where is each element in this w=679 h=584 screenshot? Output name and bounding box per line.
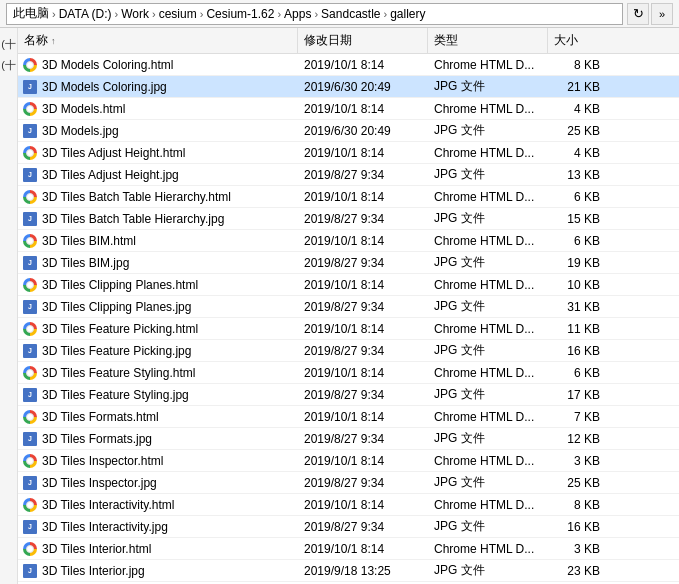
file-date: 2019/6/30 20:49	[298, 124, 428, 138]
jpg-icon: J	[22, 255, 38, 271]
breadcrumb-item-data[interactable]: DATA (D:)	[57, 7, 114, 21]
table-row[interactable]: J 3D Tiles Interactivity.jpg 2019/8/27 9…	[18, 516, 679, 538]
chrome-icon	[22, 409, 38, 425]
jpg-icon: J	[22, 431, 38, 447]
breadcrumb[interactable]: 此电脑 › DATA (D:) › Work › cesium › Cesium…	[6, 3, 623, 25]
file-size: 15 KB	[548, 212, 608, 226]
breadcrumb-item-work[interactable]: Work	[119, 7, 151, 21]
refresh-button[interactable]: ↻	[627, 3, 649, 25]
col-header-type[interactable]: 类型	[428, 28, 548, 53]
file-name: 3D Tiles Feature Picking.jpg	[42, 344, 191, 358]
breadcrumb-item-cesium[interactable]: cesium	[157, 7, 199, 21]
file-date: 2019/10/1 8:14	[298, 410, 428, 424]
table-row[interactable]: 3D Tiles Feature Styling.html 2019/10/1 …	[18, 362, 679, 384]
table-row[interactable]: 3D Tiles Formats.html 2019/10/1 8:14 Chr…	[18, 406, 679, 428]
jpg-icon: J	[22, 167, 38, 183]
file-size: 8 KB	[548, 498, 608, 512]
file-name: 3D Tiles BIM.html	[42, 234, 136, 248]
file-type: JPG 文件	[428, 78, 548, 95]
col-header-date[interactable]: 修改日期	[298, 28, 428, 53]
file-date: 2019/10/1 8:14	[298, 190, 428, 204]
file-name: 3D Tiles Interior.jpg	[42, 564, 145, 578]
address-bar: 此电脑 › DATA (D:) › Work › cesium › Cesium…	[0, 0, 679, 28]
table-row[interactable]: J 3D Tiles BIM.jpg 2019/8/27 9:34 JPG 文件…	[18, 252, 679, 274]
table-row[interactable]: J 3D Tiles Feature Styling.jpg 2019/8/27…	[18, 384, 679, 406]
breadcrumb-sep: ›	[383, 8, 387, 20]
jpg-icon: J	[22, 79, 38, 95]
table-row[interactable]: J 3D Models.jpg 2019/6/30 20:49 JPG 文件 2…	[18, 120, 679, 142]
file-date: 2019/10/1 8:14	[298, 322, 428, 336]
table-row[interactable]: 3D Models.html 2019/10/1 8:14 Chrome HTM…	[18, 98, 679, 120]
table-row[interactable]: J 3D Tiles Clipping Planes.jpg 2019/8/27…	[18, 296, 679, 318]
file-date: 2019/8/27 9:34	[298, 344, 428, 358]
table-row[interactable]: 3D Models Coloring.html 2019/10/1 8:14 C…	[18, 54, 679, 76]
table-row[interactable]: 3D Tiles Batch Table Hierarchy.html 2019…	[18, 186, 679, 208]
file-name: 3D Tiles Clipping Planes.jpg	[42, 300, 191, 314]
table-row[interactable]: J 3D Tiles Batch Table Hierarchy.jpg 201…	[18, 208, 679, 230]
table-row[interactable]: 3D Tiles Interactivity.html 2019/10/1 8:…	[18, 494, 679, 516]
file-size: 19 KB	[548, 256, 608, 270]
table-row[interactable]: J 3D Tiles Feature Picking.jpg 2019/8/27…	[18, 340, 679, 362]
file-name-cell: 3D Tiles Clipping Planes.html	[18, 277, 298, 293]
breadcrumb-item-cesium162[interactable]: Cesium-1.62	[204, 7, 276, 21]
file-name: 3D Models.jpg	[42, 124, 119, 138]
file-type: Chrome HTML D...	[428, 190, 548, 204]
file-name: 3D Tiles Interior.html	[42, 542, 151, 556]
more-button[interactable]: »	[651, 3, 673, 25]
file-type: Chrome HTML D...	[428, 234, 548, 248]
table-row[interactable]: 3D Tiles Adjust Height.html 2019/10/1 8:…	[18, 142, 679, 164]
file-list: 3D Models Coloring.html 2019/10/1 8:14 C…	[18, 54, 679, 582]
file-size: 3 KB	[548, 454, 608, 468]
breadcrumb-item-apps[interactable]: Apps	[282, 7, 313, 21]
breadcrumb-sep: ›	[314, 8, 318, 20]
breadcrumb-item-gallery[interactable]: gallery	[388, 7, 427, 21]
file-browser[interactable]: 名称 ↑ 修改日期 类型 大小 3D Models Coloring.html …	[18, 28, 679, 584]
table-row[interactable]: 3D Tiles BIM.html 2019/10/1 8:14 Chrome …	[18, 230, 679, 252]
file-name: 3D Tiles Feature Styling.jpg	[42, 388, 189, 402]
file-name-cell: 3D Tiles Feature Picking.html	[18, 321, 298, 337]
table-row[interactable]: J 3D Tiles Formats.jpg 2019/8/27 9:34 JP…	[18, 428, 679, 450]
file-name-cell: J 3D Tiles Interior.jpg	[18, 563, 298, 579]
table-row[interactable]: J 3D Tiles Inspector.jpg 2019/8/27 9:34 …	[18, 472, 679, 494]
file-size: 6 KB	[548, 234, 608, 248]
jpg-icon: J	[22, 123, 38, 139]
col-header-size[interactable]: 大小	[548, 28, 608, 53]
file-size: 4 KB	[548, 146, 608, 160]
table-row[interactable]: 3D Tiles Feature Picking.html 2019/10/1 …	[18, 318, 679, 340]
file-date: 2019/8/27 9:34	[298, 256, 428, 270]
file-size: 25 KB	[548, 124, 608, 138]
file-date: 2019/10/1 8:14	[298, 102, 428, 116]
left-panel-char2: (十	[1, 57, 16, 74]
file-name-cell: 3D Tiles Adjust Height.html	[18, 145, 298, 161]
chrome-icon	[22, 57, 38, 73]
chrome-icon	[22, 497, 38, 513]
table-row[interactable]: 3D Tiles Inspector.html 2019/10/1 8:14 C…	[18, 450, 679, 472]
file-name: 3D Tiles Interactivity.html	[42, 498, 174, 512]
table-row[interactable]: J 3D Tiles Adjust Height.jpg 2019/8/27 9…	[18, 164, 679, 186]
chrome-icon	[22, 365, 38, 381]
file-size: 21 KB	[548, 80, 608, 94]
file-date: 2019/10/1 8:14	[298, 498, 428, 512]
file-date: 2019/8/27 9:34	[298, 432, 428, 446]
file-type: JPG 文件	[428, 518, 548, 535]
file-name-cell: 3D Models.html	[18, 101, 298, 117]
col-header-name[interactable]: 名称 ↑	[18, 28, 298, 53]
table-row[interactable]: 3D Tiles Clipping Planes.html 2019/10/1 …	[18, 274, 679, 296]
table-row[interactable]: J 3D Models Coloring.jpg 2019/6/30 20:49…	[18, 76, 679, 98]
file-name-cell: J 3D Tiles Feature Styling.jpg	[18, 387, 298, 403]
file-name-cell: J 3D Tiles Adjust Height.jpg	[18, 167, 298, 183]
chrome-icon	[22, 453, 38, 469]
file-type: JPG 文件	[428, 298, 548, 315]
breadcrumb-sep: ›	[277, 8, 281, 20]
chrome-icon	[22, 101, 38, 117]
table-row[interactable]: 3D Tiles Interior.html 2019/10/1 8:14 Ch…	[18, 538, 679, 560]
table-row[interactable]: J 3D Tiles Interior.jpg 2019/9/18 13:25 …	[18, 560, 679, 582]
breadcrumb-item-computer[interactable]: 此电脑	[11, 5, 51, 22]
file-size: 13 KB	[548, 168, 608, 182]
file-size: 8 KB	[548, 58, 608, 72]
sort-arrow-name: ↑	[51, 36, 56, 46]
file-date: 2019/8/27 9:34	[298, 212, 428, 226]
file-type: Chrome HTML D...	[428, 58, 548, 72]
breadcrumb-sep: ›	[152, 8, 156, 20]
breadcrumb-item-sandcastle[interactable]: Sandcastle	[319, 7, 382, 21]
